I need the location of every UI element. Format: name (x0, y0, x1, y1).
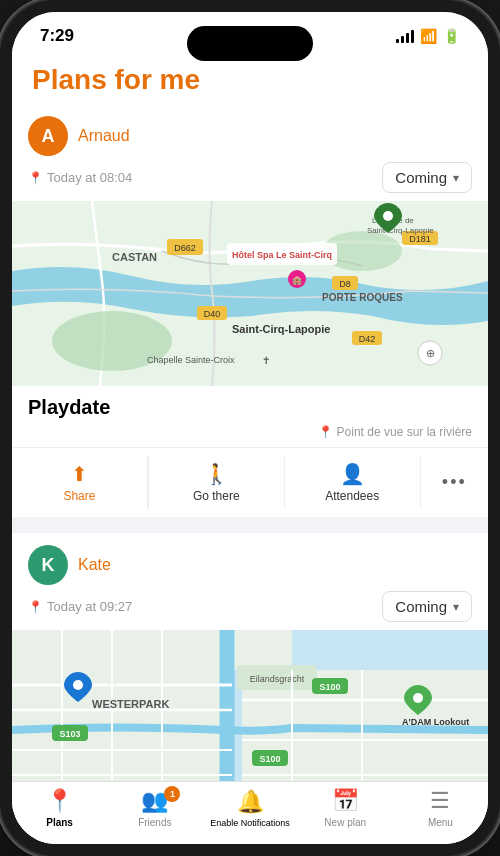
svg-text:CASTAN: CASTAN (112, 251, 157, 263)
friends-label: Friends (138, 817, 171, 828)
tab-plans[interactable]: 📍 Plans (12, 788, 107, 828)
svg-text:Eilandsgracht: Eilandsgracht (250, 674, 305, 684)
coming-dropdown-kate[interactable]: Coming ▾ (382, 591, 472, 622)
svg-text:D42: D42 (359, 334, 376, 344)
user-name-arnaud[interactable]: Arnaud (78, 127, 130, 145)
location-marker-icon: 📍 (318, 425, 333, 439)
walk-icon: 🚶 (204, 462, 229, 486)
svg-text:Chapelle Sainte-Croix: Chapelle Sainte-Croix (147, 355, 235, 365)
share-button[interactable]: ⬆ Share (12, 456, 148, 509)
tab-friends[interactable]: 👥 1 Friends (107, 788, 202, 828)
signal-bars-icon (396, 30, 414, 43)
svg-point-56 (73, 680, 83, 690)
plans-icon: 📍 (46, 788, 73, 814)
menu-label: Menu (428, 817, 453, 828)
coming-dropdown-arnaud[interactable]: Coming ▾ (382, 162, 472, 193)
new-plan-icon: 📅 (332, 788, 359, 814)
map-arnaud[interactable]: D662 D40 D8 D181 D42 (12, 201, 488, 386)
svg-text:A'DAM Lookout: A'DAM Lookout (402, 717, 469, 727)
attendees-button[interactable]: 👤 Attendees (285, 456, 421, 509)
svg-text:🏨: 🏨 (292, 275, 302, 285)
svg-text:S100: S100 (259, 754, 280, 764)
location-pin-icon: 📍 (28, 171, 43, 185)
time-text-arnaud: Today at 08:04 (47, 170, 132, 185)
svg-text:S103: S103 (59, 729, 80, 739)
status-icons: 📶 🔋 (396, 28, 460, 44)
wifi-icon: 📶 (420, 28, 437, 44)
svg-text:Saint-Cirq-Lapopie: Saint-Cirq-Lapopie (232, 323, 330, 335)
location-text: Point de vue sur la rivière (337, 425, 472, 439)
battery-icon: 🔋 (443, 28, 460, 44)
share-icon: ⬆ (71, 462, 88, 486)
svg-text:Saint-Cirq-Lapopie: Saint-Cirq-Lapopie (367, 226, 434, 235)
plan-title-row: Playdate (12, 386, 488, 423)
phone-screen: 7:29 📶 🔋 Plans for me (12, 12, 488, 844)
plan-time-arnaud: 📍 Today at 08:04 (28, 170, 132, 185)
notifications-label: Enable Notifications (210, 818, 290, 828)
chevron-down-icon: ▾ (453, 171, 459, 185)
svg-text:✝: ✝ (262, 355, 270, 366)
svg-text:PORTE ROQUES: PORTE ROQUES (322, 292, 403, 303)
plan-location: 📍 Point de vue sur la rivière (12, 423, 488, 447)
scroll-content[interactable]: A Arnaud 📍 Today at 08:04 Coming ▾ (12, 104, 488, 781)
user-row-kate: K Kate (12, 533, 488, 591)
svg-point-54 (413, 693, 423, 703)
svg-point-24 (383, 211, 393, 221)
go-there-label: Go there (193, 489, 240, 503)
user-name-kate[interactable]: Kate (78, 556, 111, 574)
svg-text:WESTERPARK: WESTERPARK (92, 698, 169, 710)
card-divider (12, 525, 488, 533)
page-title: Plans for me (32, 64, 468, 96)
time-text-kate: Today at 09:27 (47, 599, 132, 614)
tab-menu[interactable]: ☰ Menu (393, 788, 488, 828)
avatar-arnaud: A (28, 116, 68, 156)
plan-card-kate: K Kate 📍 Today at 09:27 Coming ▾ (12, 533, 488, 781)
attendees-icon: 👤 (340, 462, 365, 486)
chevron-down-icon-kate: ▾ (453, 600, 459, 614)
avatar-kate: K (28, 545, 68, 585)
status-time: 7:29 (40, 26, 74, 46)
coming-text-arnaud: Coming (395, 169, 447, 186)
svg-text:Hôtel Spa Le Saint-Cirq: Hôtel Spa Le Saint-Cirq (232, 250, 332, 260)
go-there-button[interactable]: 🚶 Go there (148, 456, 285, 509)
tab-notifications[interactable]: 🔔 Enable Notifications (202, 789, 297, 828)
meta-row-arnaud: 📍 Today at 08:04 Coming ▾ (12, 162, 488, 201)
app-content: Plans for me A Arnaud 📍 Today at 08:04 (12, 52, 488, 844)
svg-text:D8: D8 (339, 279, 351, 289)
action-row: ⬆ Share 🚶 Go there 👤 Attendees ••• (12, 447, 488, 517)
svg-rect-31 (232, 630, 292, 670)
phone-frame: 7:29 📶 🔋 Plans for me (0, 0, 500, 856)
friends-badge: 1 (164, 786, 180, 802)
tab-new-plan[interactable]: 📅 New plan (298, 788, 393, 828)
more-dots-icon: ••• (442, 472, 467, 493)
attendees-label: Attendees (325, 489, 379, 503)
menu-icon: ☰ (430, 788, 450, 814)
svg-text:D181: D181 (409, 234, 431, 244)
svg-text:S100: S100 (319, 682, 340, 692)
svg-text:D662: D662 (174, 243, 196, 253)
notifications-icon: 🔔 (237, 789, 264, 815)
map-kate[interactable]: Eilandsgracht (12, 630, 488, 781)
new-plan-label: New plan (324, 817, 366, 828)
svg-text:⊕: ⊕ (426, 347, 435, 359)
more-button[interactable]: ••• (421, 456, 488, 509)
meta-row-kate: 📍 Today at 09:27 Coming ▾ (12, 591, 488, 630)
svg-text:D40: D40 (204, 309, 221, 319)
plan-card-arnaud: A Arnaud 📍 Today at 08:04 Coming ▾ (12, 104, 488, 517)
user-row-arnaud: A Arnaud (12, 104, 488, 162)
plan-time-kate: 📍 Today at 09:27 (28, 599, 132, 614)
coming-text-kate: Coming (395, 598, 447, 615)
share-label: Share (63, 489, 95, 503)
plan-title: Playdate (28, 396, 472, 419)
bottom-tab-bar: 📍 Plans 👥 1 Friends 🔔 Enable Notificatio… (12, 781, 488, 844)
plans-label: Plans (46, 817, 73, 828)
location-pin-icon-kate: 📍 (28, 600, 43, 614)
dynamic-island (187, 26, 313, 61)
